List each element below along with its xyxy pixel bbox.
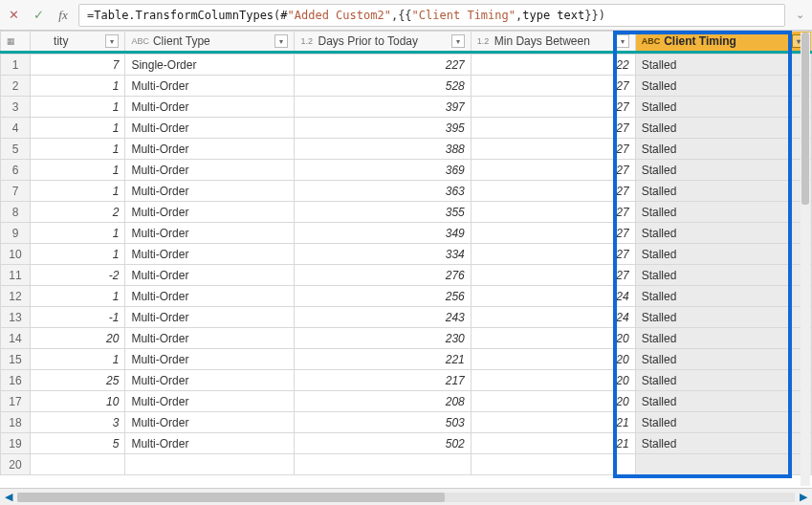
cell-days-prior[interactable]: 395 bbox=[295, 118, 471, 139]
cell-client-timing[interactable]: Stalled bbox=[635, 349, 811, 370]
row-number[interactable]: 7 bbox=[1, 181, 31, 202]
table-row[interactable]: 11-2Multi-Order27627Stalled bbox=[1, 265, 812, 286]
cell-min-days[interactable]: 24 bbox=[471, 307, 635, 328]
cell-client-type[interactable]: Multi-Order bbox=[125, 97, 295, 118]
cell-client-type[interactable]: Multi-Order bbox=[125, 223, 295, 244]
cancel-icon[interactable]: ✕ bbox=[4, 6, 23, 25]
filter-dropdown-icon[interactable]: ▾ bbox=[274, 34, 288, 48]
cell-min-days[interactable]: 21 bbox=[471, 412, 635, 433]
cell-min-days[interactable]: 20 bbox=[471, 391, 635, 412]
cell-days-prior[interactable]: 502 bbox=[295, 433, 471, 454]
cell-days-prior[interactable]: 221 bbox=[295, 349, 471, 370]
row-number[interactable]: 12 bbox=[1, 286, 31, 307]
table-row[interactable]: 91Multi-Order34927Stalled bbox=[1, 223, 812, 244]
cell-client-timing[interactable]: Stalled bbox=[635, 118, 811, 139]
cell-client-timing[interactable]: Stalled bbox=[635, 139, 811, 160]
cell-tity[interactable]: 1 bbox=[31, 244, 125, 265]
cell-days-prior[interactable] bbox=[295, 454, 471, 475]
cell-client-timing[interactable]: Stalled bbox=[635, 55, 811, 76]
cell-client-type[interactable] bbox=[125, 454, 295, 475]
row-number[interactable]: 8 bbox=[1, 202, 31, 223]
table-row[interactable]: 41Multi-Order39527Stalled bbox=[1, 118, 812, 139]
cell-client-type[interactable]: Multi-Order bbox=[125, 244, 295, 265]
row-number[interactable]: 18 bbox=[1, 412, 31, 433]
cell-min-days[interactable]: 27 bbox=[471, 139, 635, 160]
cell-client-timing[interactable]: Stalled bbox=[635, 202, 811, 223]
table-row[interactable]: 82Multi-Order35527Stalled bbox=[1, 202, 812, 223]
cell-client-type[interactable]: Multi-Order bbox=[125, 328, 295, 349]
cell-client-type[interactable]: Multi-Order bbox=[125, 307, 295, 328]
cell-min-days[interactable]: 20 bbox=[471, 328, 635, 349]
cell-tity[interactable]: 1 bbox=[31, 76, 125, 97]
cell-client-timing[interactable]: Stalled bbox=[635, 286, 811, 307]
cell-days-prior[interactable]: 388 bbox=[295, 139, 471, 160]
cell-min-days[interactable]: 22 bbox=[471, 55, 635, 76]
cell-tity[interactable]: 5 bbox=[31, 433, 125, 454]
cell-min-days[interactable]: 20 bbox=[471, 349, 635, 370]
table-row[interactable]: 13-1Multi-Order24324Stalled bbox=[1, 307, 812, 328]
cell-client-type[interactable]: Multi-Order bbox=[125, 370, 295, 391]
table-row[interactable]: 17Single-Order22722Stalled bbox=[1, 55, 812, 76]
cell-tity[interactable]: 10 bbox=[31, 391, 125, 412]
cell-days-prior[interactable]: 208 bbox=[295, 391, 471, 412]
vertical-scrollbar[interactable] bbox=[801, 33, 810, 486]
cell-client-type[interactable]: Multi-Order bbox=[125, 391, 295, 412]
row-number[interactable]: 20 bbox=[1, 454, 31, 475]
cell-min-days[interactable]: 24 bbox=[471, 286, 635, 307]
cell-tity[interactable]: 7 bbox=[31, 55, 125, 76]
cell-client-type[interactable]: Multi-Order bbox=[125, 202, 295, 223]
cell-tity[interactable]: 1 bbox=[31, 118, 125, 139]
row-number[interactable]: 17 bbox=[1, 391, 31, 412]
table-row[interactable]: 183Multi-Order50321Stalled bbox=[1, 412, 812, 433]
cell-days-prior[interactable]: 349 bbox=[295, 223, 471, 244]
cell-days-prior[interactable]: 217 bbox=[295, 370, 471, 391]
scroll-left-icon[interactable]: ◀ bbox=[0, 490, 17, 505]
cell-tity[interactable]: 1 bbox=[31, 223, 125, 244]
cell-client-type[interactable]: Multi-Order bbox=[125, 349, 295, 370]
cell-tity[interactable]: 1 bbox=[31, 160, 125, 181]
cell-client-type[interactable]: Single-Order bbox=[125, 55, 295, 76]
cell-days-prior[interactable]: 369 bbox=[295, 160, 471, 181]
cell-tity[interactable]: 1 bbox=[31, 181, 125, 202]
cell-client-timing[interactable]: Stalled bbox=[635, 244, 811, 265]
cell-client-timing[interactable]: Stalled bbox=[635, 181, 811, 202]
cell-days-prior[interactable]: 276 bbox=[295, 265, 471, 286]
cell-client-type[interactable]: Multi-Order bbox=[125, 76, 295, 97]
cell-client-timing[interactable]: Stalled bbox=[635, 160, 811, 181]
cell-tity[interactable]: 1 bbox=[31, 97, 125, 118]
cell-client-timing[interactable]: Stalled bbox=[635, 307, 811, 328]
cell-days-prior[interactable]: 503 bbox=[295, 412, 471, 433]
cell-days-prior[interactable]: 363 bbox=[295, 181, 471, 202]
cell-client-timing[interactable]: Stalled bbox=[635, 391, 811, 412]
cell-tity[interactable]: 1 bbox=[31, 286, 125, 307]
table-row[interactable]: 101Multi-Order33427Stalled bbox=[1, 244, 812, 265]
cell-client-type[interactable]: Multi-Order bbox=[125, 412, 295, 433]
formula-input[interactable]: = Table.TransformColumnTypes(#"Added Cus… bbox=[78, 4, 785, 27]
cell-min-days[interactable]: 27 bbox=[471, 118, 635, 139]
expand-formula-icon[interactable]: ⌄ bbox=[791, 9, 808, 21]
column-header-client-timing[interactable]: ABC Client Timing ▾ bbox=[635, 32, 811, 53]
cell-min-days[interactable]: 20 bbox=[471, 370, 635, 391]
cell-min-days[interactable]: 27 bbox=[471, 244, 635, 265]
row-number[interactable]: 11 bbox=[1, 265, 31, 286]
accept-icon[interactable]: ✓ bbox=[29, 6, 48, 25]
filter-dropdown-icon[interactable]: ▾ bbox=[616, 34, 629, 48]
row-number[interactable]: 1 bbox=[1, 55, 31, 76]
table-row[interactable]: 71Multi-Order36327Stalled bbox=[1, 181, 812, 202]
row-number[interactable]: 13 bbox=[1, 307, 31, 328]
cell-days-prior[interactable]: 256 bbox=[295, 286, 471, 307]
row-number[interactable]: 3 bbox=[1, 97, 31, 118]
table-row[interactable]: 1420Multi-Order23020Stalled bbox=[1, 328, 812, 349]
cell-min-days[interactable]: 27 bbox=[471, 265, 635, 286]
scrollbar-thumb[interactable] bbox=[17, 493, 445, 502]
table-row[interactable]: 21Multi-Order52827Stalled bbox=[1, 76, 812, 97]
cell-tity[interactable] bbox=[31, 454, 125, 475]
scroll-right-icon[interactable]: ▶ bbox=[795, 490, 812, 505]
scrollbar-track[interactable] bbox=[17, 493, 795, 502]
cell-days-prior[interactable]: 243 bbox=[295, 307, 471, 328]
corner-cell[interactable]: ▦ bbox=[1, 32, 31, 53]
table-row[interactable]: 1625Multi-Order21720Stalled bbox=[1, 370, 812, 391]
row-number[interactable]: 5 bbox=[1, 139, 31, 160]
cell-tity[interactable]: -1 bbox=[31, 307, 125, 328]
cell-client-timing[interactable]: Stalled bbox=[635, 412, 811, 433]
